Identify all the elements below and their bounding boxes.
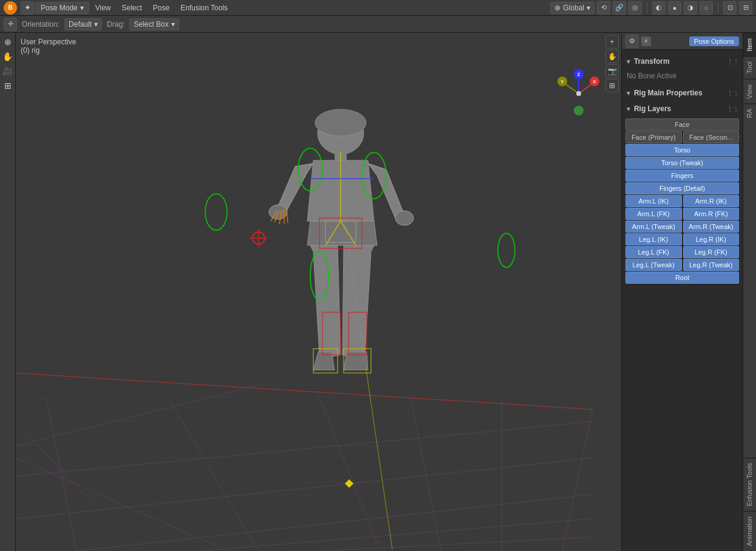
right-panel: ⚙ × Pose Options ▼ Transform ⋮⋮ No Bone …	[621, 33, 743, 551]
navigation-gizmo[interactable]: Z X Y	[554, 69, 603, 118]
drag-selector[interactable]: Select Box ▾	[129, 18, 179, 30]
leg-r-tweak-btn[interactable]: Leg.R (Tweak)	[683, 259, 740, 271]
camera-view-btn[interactable]: 📷	[605, 64, 619, 78]
global-selector[interactable]: ⊕ Global ▾	[550, 2, 594, 14]
menu-enfusion[interactable]: Enfusion Tools	[175, 2, 233, 13]
vertical-tabs: Item Tool View RA Enfusion Tools Animati…	[743, 33, 756, 551]
top-menu-bar: B ✦ Pose Mode ▾ View Select Pose Enfusio…	[0, 0, 756, 16]
arm-fk-row: Arm.L (FK) Arm.R (FK)	[625, 208, 739, 220]
svg-line-25	[168, 397, 259, 551]
panel-header-bar: ⚙ × Pose Options	[622, 33, 743, 50]
mode-selector[interactable]: Pose Mode ▾	[35, 2, 89, 14]
face-secondary-btn[interactable]: Face (Secon...	[683, 131, 740, 143]
leg-r-fk-btn[interactable]: Leg.R (FK)	[683, 246, 740, 258]
svg-point-37	[315, 109, 366, 136]
vtab-enfusion[interactable]: Enfusion Tools	[743, 457, 756, 511]
viewport-shading-4[interactable]: ○	[700, 1, 713, 15]
viewport-grid	[16, 33, 621, 551]
torso-btn[interactable]: Torso	[625, 144, 739, 156]
add-scene-btn[interactable]: +	[605, 35, 619, 49]
svg-line-23	[16, 458, 228, 551]
svg-text:X: X	[593, 79, 596, 84]
panel-close-btn[interactable]: ×	[641, 36, 651, 46]
svg-line-11	[64, 361, 168, 551]
svg-line-26	[319, 397, 380, 551]
viewport-shading-3[interactable]: ◑	[684, 1, 697, 15]
leg-ik-row: Leg.L (IK) Leg.R (IK)	[625, 233, 739, 245]
svg-point-60	[498, 233, 515, 267]
svg-line-19	[502, 361, 544, 551]
leg-l-ik-btn[interactable]: Leg.L (IK)	[625, 233, 682, 245]
orientation-selector[interactable]: Default ▾	[64, 18, 102, 30]
mode-icon[interactable]: ✦	[21, 1, 34, 15]
rig-layers-header[interactable]: ▼ Rig Layers ⋮⋮	[624, 102, 740, 115]
fingers-btn[interactable]: Fingers	[625, 169, 739, 182]
proportional-icon[interactable]: ◎	[628, 1, 642, 15]
leg-fk-row: Leg.L (FK) Leg.R (FK)	[625, 246, 739, 258]
grid-view-btn[interactable]: ⊞	[605, 79, 619, 92]
transform-section-header[interactable]: ▼ Transform ⋮⋮	[624, 55, 740, 68]
vtab-view[interactable]: View	[743, 79, 756, 104]
arm-l-tweak-btn[interactable]: Arm.L (Tweak)	[625, 221, 682, 233]
menu-pose[interactable]: Pose	[148, 2, 174, 13]
svg-text:Y: Y	[560, 79, 564, 84]
arm-r-fk-btn[interactable]: Arm.R (FK)	[683, 208, 740, 220]
leg-r-ik-btn[interactable]: Leg.R (IK)	[683, 233, 740, 245]
no-bone-active: No Bone Active	[624, 68, 740, 84]
transform-icon[interactable]: ⟲	[597, 1, 610, 15]
svg-line-34	[198, 519, 593, 551]
face-primary-btn[interactable]: Face (Primary)	[625, 131, 682, 143]
torso-tweak-btn[interactable]: Torso (Tweak)	[625, 157, 739, 169]
left-toolbox: ⊕ ✋ 🎥 ⊞	[0, 33, 16, 551]
menu-view[interactable]: View	[90, 2, 116, 13]
svg-point-74	[576, 91, 581, 96]
svg-line-31	[16, 422, 593, 476]
menu-select[interactable]: Select	[117, 2, 147, 13]
cursor-tool[interactable]: ⊕	[1, 35, 15, 49]
rig-main-dots: ⋮⋮	[727, 90, 739, 97]
xray-icon[interactable]: ⊟	[739, 1, 752, 15]
drag-label: Drag:	[107, 20, 124, 29]
fingers-detail-btn[interactable]: Fingers (Detail)	[625, 182, 739, 194]
snap-icon[interactable]: 🔗	[613, 1, 626, 15]
rig-layers-collapse-arrow: ▼	[625, 106, 632, 112]
vtab-item[interactable]: Item	[743, 33, 756, 56]
svg-line-27	[410, 397, 441, 551]
blender-logo[interactable]: B	[4, 1, 17, 15]
pose-options-btn[interactable]: Pose Options	[689, 36, 739, 46]
viewport-tools: + ✋ 📷 ⊞	[605, 35, 619, 92]
render-tool[interactable]: ⊞	[1, 79, 15, 92]
viewport-shading-1[interactable]: ◐	[652, 1, 666, 15]
vtab-ra[interactable]: RA	[743, 103, 756, 123]
move-tool[interactable]: ✋	[1, 50, 15, 63]
viewport-shading-2[interactable]: ●	[668, 1, 681, 15]
arm-r-ik-btn[interactable]: Arm.R (IK)	[683, 195, 740, 207]
top-right-tools: ⊕ Global ▾ ⟲ 🔗 ◎ ◐ ● ◑ ○ ⊡ ⊟	[550, 1, 752, 15]
transform-label: Transform	[634, 57, 670, 66]
svg-text:Z: Z	[577, 72, 581, 77]
svg-point-59	[205, 194, 227, 230]
rig-layers-dots: ⋮⋮	[727, 106, 739, 112]
arm-l-ik-btn[interactable]: Arm.L (IK)	[625, 195, 682, 207]
leg-tweak-row: Leg.L (Tweak) Leg.R (Tweak)	[625, 259, 739, 271]
face-btn[interactable]: Face	[625, 118, 739, 131]
orientation-label: Orientation:	[22, 20, 60, 29]
transform-gizmo-icon[interactable]: ✛	[4, 18, 17, 31]
3d-viewport[interactable]: User Perspective (0) rig Z X Y	[16, 33, 621, 551]
svg-line-18	[471, 361, 495, 551]
svg-point-40	[395, 211, 414, 225]
root-btn[interactable]: Root	[625, 272, 739, 284]
arm-l-fk-btn[interactable]: Arm.L (FK)	[625, 208, 682, 220]
leg-l-fk-btn[interactable]: Leg.L (FK)	[625, 246, 682, 258]
overlay-icon[interactable]: ⊡	[723, 1, 737, 15]
arm-ik-row: Arm.L (IK) Arm.R (IK)	[625, 195, 739, 207]
arm-r-tweak-btn[interactable]: Arm.R (Tweak)	[683, 221, 740, 233]
panel-settings-icon[interactable]: ⚙	[625, 35, 639, 48]
vtab-animation[interactable]: Animation	[743, 511, 756, 551]
rig-main-props-header[interactable]: ▼ Rig Main Properties ⋮⋮	[624, 86, 740, 100]
svg-line-17	[441, 361, 447, 551]
camera-tool[interactable]: 🎥	[1, 64, 15, 78]
vtab-tool[interactable]: Tool	[743, 56, 756, 78]
move-btn[interactable]: ✋	[605, 50, 619, 63]
leg-l-tweak-btn[interactable]: Leg.L (Tweak)	[625, 259, 682, 271]
